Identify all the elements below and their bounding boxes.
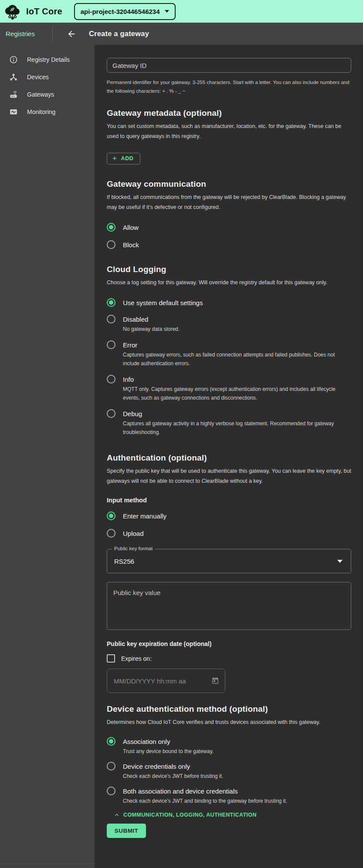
radio-icon — [107, 298, 115, 307]
gateway-id-input[interactable] — [107, 58, 351, 73]
section-title-metadata: Gateway metadata (optional) — [107, 108, 351, 118]
registries-link[interactable]: Registries — [6, 30, 35, 37]
gateway-id-helper-text: Permanent identifier for your gateway. 3… — [107, 78, 351, 95]
section-title-device-auth: Device authentication method (optional) — [107, 704, 351, 714]
chevron-up-icon — [113, 811, 120, 818]
sidebar-item-gateways[interactable]: Gateways — [0, 86, 95, 103]
radio-upload[interactable]: Upload — [107, 529, 351, 538]
sidebar-item-devices[interactable]: Devices — [0, 68, 95, 86]
radio-device-credentials-only[interactable]: Device credentials only — [107, 762, 351, 770]
public-key-format-label: Public key format — [112, 546, 155, 551]
radio-info[interactable]: Info — [107, 375, 351, 384]
create-gateway-form: Permanent identifier for your gateway. 3… — [95, 45, 363, 868]
radio-device-credentials-only-description: Check each device's JWT before trusting … — [123, 772, 351, 781]
iot-core-logo-icon — [4, 3, 23, 20]
device-hub-icon — [9, 73, 18, 81]
device-auth-description: Determines how Cloud IoT Core verifies a… — [107, 717, 351, 727]
public-key-format-select[interactable]: Public key format RS256 — [107, 549, 351, 573]
back-arrow-icon[interactable] — [67, 29, 77, 39]
input-method-label: Input method — [107, 497, 351, 504]
plus-icon: + — [112, 155, 117, 161]
radio-disabled[interactable]: Disabled — [107, 315, 351, 323]
calendar-icon[interactable] — [211, 677, 219, 685]
checkbox-icon[interactable] — [107, 654, 115, 663]
sidebar-item-label: Gateways — [27, 91, 54, 98]
radio-icon — [107, 511, 115, 520]
page-title: Create a gateway — [89, 30, 149, 38]
public-key-format-value: RS256 — [114, 558, 134, 565]
project-selector-dropdown[interactable]: api-project-320446546234 — [74, 3, 176, 20]
logging-description: Choose a log setting for this gateway. W… — [107, 278, 351, 288]
project-selector-value: api-project-320446546234 — [81, 8, 160, 15]
radio-block[interactable]: Block — [107, 240, 351, 249]
radio-icon — [107, 240, 115, 249]
radio-error-description: Captures gateway errors, such as failed … — [123, 350, 351, 368]
info-icon — [9, 55, 18, 64]
app-title: IoT Core — [26, 7, 62, 17]
sidebar-item-label: Monitoring — [27, 108, 55, 115]
monitoring-icon — [9, 108, 18, 116]
collapse-section-link[interactable]: COMMUNICATION, LOGGING, AUTHENTICATION — [113, 811, 351, 818]
radio-icon — [107, 529, 115, 538]
radio-disabled-description: No gateway data stored. — [123, 325, 351, 333]
sidebar: Registry Details Devices Gateways Monito… — [0, 45, 95, 868]
section-title-authentication: Authentication (optional) — [107, 453, 351, 463]
radio-icon — [107, 787, 115, 795]
section-title-logging: Cloud Logging — [107, 265, 351, 274]
sidebar-item-registry-details[interactable]: Registry Details — [0, 51, 95, 68]
radio-icon — [107, 375, 115, 384]
metadata-description: You can set custom metadata, such as man… — [107, 121, 351, 141]
authentication-description: Specify the public key that will be used… — [107, 466, 351, 486]
radio-enter-manually[interactable]: Enter manually — [107, 511, 351, 520]
public-key-expiration-label: Public key expiration date (optional) — [107, 640, 351, 647]
secondary-nav-bar: Registries Create a gateway — [0, 23, 363, 45]
chevron-down-icon — [165, 10, 169, 13]
top-app-bar: IoT Core api-project-320446546234 — [0, 0, 363, 23]
communication-description: If blocked, all communications from the … — [107, 192, 351, 212]
header-divider — [52, 27, 53, 41]
radio-icon — [107, 340, 115, 349]
expiration-date-input[interactable]: MM/DD/YYYY hh:mm aa — [107, 669, 225, 693]
expiration-date-placeholder: MM/DD/YYYY hh:mm aa — [114, 677, 186, 685]
sidebar-item-monitoring[interactable]: Monitoring — [0, 103, 95, 121]
radio-debug[interactable]: Debug — [107, 409, 351, 418]
radio-use-system-default[interactable]: Use system default settings — [107, 298, 351, 307]
radio-association-only[interactable]: Association only — [107, 737, 351, 746]
sidebar-item-label: Registry Details — [27, 56, 70, 63]
add-metadata-button[interactable]: + ADD — [107, 153, 140, 165]
radio-icon — [107, 223, 115, 232]
sidebar-bottom-divider — [0, 864, 95, 864]
chevron-down-icon — [337, 560, 343, 563]
radio-icon — [107, 315, 115, 323]
section-title-communication: Gateway communication — [107, 179, 351, 189]
radio-icon — [107, 737, 115, 746]
radio-icon — [107, 409, 115, 418]
expires-on-checkbox-row[interactable]: Expires on: — [107, 654, 351, 663]
radio-both-association-and-credentials[interactable]: Both association and device credentials — [107, 787, 351, 795]
radio-info-description: MQTT only. Captures gateway errors (exce… — [123, 385, 351, 402]
submit-button[interactable]: SUBMIT — [107, 824, 146, 838]
radio-error[interactable]: Error — [107, 340, 351, 349]
radio-association-only-description: Trust any device bound to the gateway. — [123, 747, 351, 756]
radio-icon — [107, 762, 115, 770]
router-icon — [9, 90, 18, 99]
public-key-value-textarea[interactable] — [107, 582, 351, 630]
radio-both-association-description: Check each device's JWT and binding to t… — [123, 797, 351, 805]
sidebar-item-label: Devices — [27, 74, 49, 81]
radio-debug-description: Captures all gateway activity in a highl… — [123, 419, 351, 437]
radio-allow[interactable]: Allow — [107, 223, 351, 232]
